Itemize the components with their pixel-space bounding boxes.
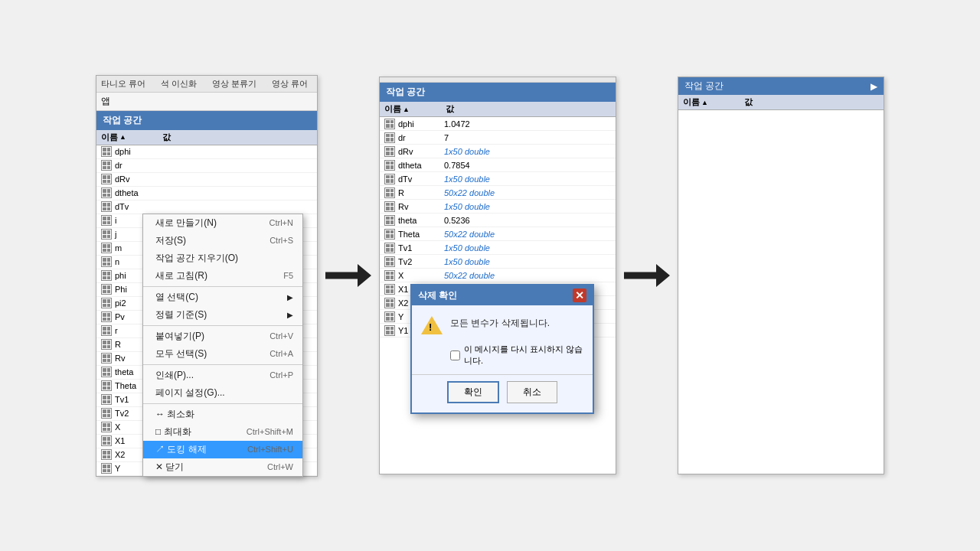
col-value-1: 값: [162, 132, 171, 143]
var-icon: [101, 160, 112, 171]
dialog-cancel-button[interactable]: 취소: [507, 381, 557, 403]
list-item[interactable]: dRv1x50 double: [380, 145, 616, 158]
menu-item[interactable]: 페이지 설정(G)...: [143, 384, 302, 402]
menu-item[interactable]: 모두 선택(S)Ctrl+A: [143, 345, 302, 363]
var-icon: [384, 215, 395, 226]
menu-item[interactable]: 붙여넣기(P)Ctrl+V: [143, 328, 302, 345]
col-value-2: 값: [446, 103, 454, 115]
var-icon: [384, 270, 395, 281]
workspace-title-1: 작업 공간: [96, 111, 317, 130]
var-icon: [101, 256, 112, 267]
dialog-checkbox-label: 이 메시지를 다시 표시하지 않습니다.: [464, 344, 583, 367]
dialog-checkbox[interactable]: [450, 350, 460, 360]
menu-item-label: 정렬 기준(S): [155, 308, 207, 321]
menu-item[interactable]: 열 선택(C)▶: [143, 289, 302, 306]
topbar-item-4[interactable]: 영상 류어: [272, 78, 308, 90]
var-value: 1x50 double: [444, 174, 490, 184]
menu-item[interactable]: 저장(S)Ctrl+S: [143, 232, 302, 249]
col-name-1[interactable]: 이름 ▲: [101, 132, 162, 143]
warning-icon: [421, 316, 443, 337]
var-icon: [101, 146, 112, 157]
list-item[interactable]: theta0.5236: [380, 214, 616, 227]
var-value: 0.7854: [444, 161, 470, 170]
menu-item[interactable]: ✕ 닫기Ctrl+W: [143, 458, 302, 476]
list-item[interactable]: dtheta: [96, 187, 317, 201]
dialog-confirm-button[interactable]: 확인: [447, 381, 499, 403]
menu-item[interactable]: ↔ 최소화: [143, 406, 302, 423]
var-value: 1.0472: [444, 119, 470, 129]
workspace-columns-2: 이름 ▲ 값: [380, 102, 616, 117]
menu-separator: [143, 286, 302, 287]
panel-2: 작업 공간 이름 ▲ 값 dphi1.0472dr7dRv1x50 double…: [379, 77, 616, 474]
menu-item[interactable]: 정렬 기준(S)▶: [143, 306, 302, 324]
warning-triangle: [421, 316, 443, 334]
menu-item-arrow: ▶: [287, 293, 293, 302]
topbar-item-2[interactable]: 석 이신화: [161, 78, 197, 90]
list-item[interactable]: Tv21x50 double: [380, 255, 616, 269]
context-menu: 새로 만들기(N)Ctrl+N저장(S)Ctrl+S작업 공간 지우기(O)새로…: [142, 214, 303, 477]
list-item[interactable]: Theta50x22 double: [380, 227, 616, 241]
dialog-icon-row: 모든 변수가 삭제됩니다.: [412, 305, 593, 344]
var-name: Tv2: [398, 257, 444, 266]
var-icon: [101, 394, 112, 405]
workspace-columns-3: 이름 ▲ 값: [678, 95, 884, 110]
arrow-shape-2: [624, 264, 670, 287]
col-value-3: 값: [744, 96, 753, 108]
list-item[interactable]: R50x22 double: [380, 186, 616, 200]
menu-item-label: □ 최대화: [155, 425, 191, 439]
var-icon: [384, 243, 395, 253]
col-name-3[interactable]: 이름 ▲: [683, 96, 744, 108]
menu-item-shortcut: Ctrl+P: [270, 370, 293, 380]
col-name-2[interactable]: 이름 ▲: [384, 103, 446, 115]
menu-item-shortcut: Ctrl+Shift+U: [247, 445, 293, 454]
var-name: X: [398, 271, 444, 280]
var-icon: [101, 380, 112, 391]
list-item[interactable]: dTv: [96, 201, 317, 214]
panel-3-topbar: 작업 공간 ▶: [678, 77, 884, 95]
list-item[interactable]: dTv1x50 double: [380, 172, 616, 186]
menu-separator: [143, 364, 302, 365]
var-name: dphi: [115, 147, 161, 156]
menu-item-shortcut: Ctrl+Shift+M: [247, 427, 293, 436]
menu-item[interactable]: 새로 만들기(N)Ctrl+N: [143, 214, 302, 232]
var-name: dTv: [398, 174, 444, 184]
dialog-title: 삭제 확인: [418, 289, 457, 302]
list-item[interactable]: dphi1.0472: [380, 117, 616, 131]
list-item[interactable]: dr: [96, 159, 317, 173]
list-item[interactable]: dphi: [96, 145, 317, 159]
menu-item-label: 열 선택(C): [155, 291, 198, 304]
var-value: 50x22 double: [444, 230, 495, 239]
var-value: 1x50 double: [444, 257, 490, 266]
var-name: dRv: [115, 174, 161, 184]
list-item[interactable]: dr7: [380, 131, 616, 145]
var-icon: [101, 229, 112, 240]
menu-item-shortcut: Ctrl+V: [270, 331, 293, 341]
menu-item-label: ↗ 도킹 해제: [155, 443, 207, 456]
panel3-menu-icon[interactable]: ▶: [871, 81, 877, 92]
list-item[interactable]: Tv11x50 double: [380, 241, 616, 255]
var-icon: [384, 132, 395, 143]
panel-1-topbar: 타니오 류어 석 이신화 영상 분류기 영상 류어: [96, 76, 317, 93]
menu-item[interactable]: 작업 공간 지우기(O): [143, 249, 302, 267]
menu-item[interactable]: ↗ 도킹 해제Ctrl+Shift+U: [143, 441, 302, 458]
menu-item-shortcut: Ctrl+A: [270, 349, 293, 358]
var-value: 1x50 double: [444, 202, 490, 211]
list-item[interactable]: dtheta0.7854: [380, 158, 616, 172]
topbar-item-1[interactable]: 타니오 류어: [101, 78, 145, 90]
menu-item-label: 새로 만들기(N): [155, 217, 217, 230]
list-item[interactable]: Rv1x50 double: [380, 200, 616, 214]
menu-item[interactable]: 새로 고침(R)F5: [143, 267, 302, 285]
menu-separator: [143, 403, 302, 404]
dialog-close-button[interactable]: ✕: [573, 289, 586, 302]
var-icon: [384, 284, 395, 295]
menu-item[interactable]: □ 최대화Ctrl+Shift+M: [143, 423, 302, 441]
menu-item-label: 페이지 설정(G)...: [155, 386, 225, 399]
list-item[interactable]: dRv: [96, 173, 317, 187]
menu-separator: [143, 325, 302, 326]
menu-item-shortcut: Ctrl+N: [270, 218, 293, 227]
menu-item-label: 저장(S): [155, 234, 186, 247]
list-item[interactable]: X50x22 double: [380, 269, 616, 282]
var-icon: [101, 270, 112, 281]
menu-item[interactable]: 인쇄(P)...Ctrl+P: [143, 367, 302, 384]
topbar-item-3[interactable]: 영상 분류기: [212, 78, 256, 90]
